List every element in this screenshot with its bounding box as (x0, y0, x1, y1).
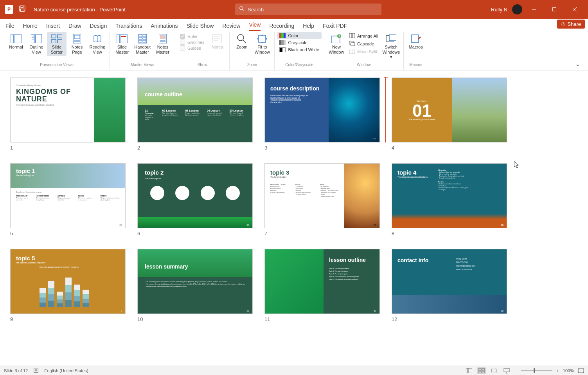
svg-line-4 (243, 9, 244, 11)
slide-master-button[interactable]: Slide Master (112, 32, 132, 56)
slideshow-view-icon[interactable] (502, 367, 511, 374)
notes-button: Notes (207, 32, 227, 51)
cascade-button[interactable]: Cascade (347, 40, 381, 48)
slide-thumbnail-6[interactable]: topic 2The plant kingdom06 6 (137, 163, 253, 236)
split-icon (349, 49, 355, 54)
slide-thumbnail-12[interactable]: contact infoRemy Morris206-555-0146rmorr… (392, 249, 507, 322)
slide-thumbnail-7[interactable]: topic 3The fungi kingdomMushrooms + lich… (264, 163, 380, 236)
tab-home[interactable]: Home (23, 23, 38, 31)
collapse-ribbon-button[interactable]: ⌄ (571, 58, 584, 70)
svg-rect-70 (579, 368, 583, 372)
svg-rect-10 (14, 34, 22, 43)
svg-rect-25 (117, 34, 119, 43)
svg-point-3 (240, 7, 243, 10)
tab-review[interactable]: Review (222, 23, 240, 31)
grayscale-button[interactable]: Grayscale (277, 39, 321, 46)
gridlines-checkbox: Gridlines (180, 40, 204, 45)
chevron-down-icon: ⌄ (575, 61, 580, 67)
tab-foxit-pdf[interactable]: Foxit PDF (323, 23, 347, 31)
svg-rect-2 (21, 9, 24, 11)
slide-thumbnail-10[interactable]: lesson summary• The seven kingdoms of na… (137, 249, 253, 322)
outline-view-button[interactable]: Outline View (27, 32, 46, 56)
svg-rect-31 (139, 38, 142, 40)
fit-zoom-button[interactable] (578, 368, 584, 374)
svg-rect-11 (31, 34, 35, 43)
black-white-button[interactable]: Black and White (277, 46, 321, 53)
slide-thumbnail-2[interactable]: course outline01 LessonThe seven kingdom… (137, 78, 253, 151)
reading-view-button[interactable]: Reading View (88, 32, 107, 56)
group-presentation-views: Normal Outline View Slide Sorter Notes P… (4, 32, 110, 70)
title-bar: P Nature course presentation - PowerPoin… (0, 0, 588, 19)
reading-view-icon[interactable] (490, 367, 498, 374)
svg-rect-63 (478, 368, 481, 370)
slide-thumbnail-8[interactable]: topic 4The chromista & protista kingdoms… (392, 163, 507, 236)
switch-windows-button[interactable]: Switch Windows ▾ (381, 32, 401, 61)
svg-rect-64 (482, 368, 485, 370)
slide-sorter-button[interactable]: Slide Sorter (47, 32, 67, 56)
slide-thumbnail-1[interactable]: Course by Remy MorrisKINGDOMS OF NATUREH… (10, 78, 126, 151)
close-button[interactable] (566, 0, 583, 19)
minimize-button[interactable] (525, 0, 543, 19)
search-box[interactable] (235, 4, 381, 15)
grayscale-swatch-icon (279, 40, 286, 45)
user-avatar[interactable] (512, 4, 522, 14)
arrange-all-button[interactable]: Arrange All (347, 32, 381, 40)
new-window-button[interactable]: New Window (327, 32, 346, 56)
svg-rect-26 (120, 34, 128, 43)
slide-sorter-view-icon[interactable] (477, 367, 486, 374)
search-input[interactable] (248, 7, 378, 13)
normal-view-icon[interactable] (465, 367, 473, 374)
svg-rect-67 (504, 368, 509, 372)
slide-thumbnail-9[interactable]: topic 5The bacteria & archaea kingdomsBA… (10, 249, 126, 322)
tab-transitions[interactable]: Transitions (115, 23, 142, 31)
group-show: Ruler Gridlines Guides Notes Show (175, 32, 230, 70)
slide-thumbnail-4[interactable]: lesson01The seven kingdoms of nature 4 (392, 78, 507, 151)
user-name[interactable]: Rully N (491, 7, 507, 13)
chevron-down-icon: ▾ (390, 54, 392, 59)
svg-rect-57 (389, 34, 396, 41)
share-button[interactable]: Share (557, 20, 585, 29)
notes-page-button[interactable]: Notes Page (67, 32, 87, 56)
tab-recording[interactable]: Recording (269, 23, 294, 31)
zoom-level[interactable]: 100% (563, 368, 574, 373)
tab-slide-show[interactable]: Slide Show (186, 23, 214, 31)
tab-draw[interactable]: Draw (68, 23, 81, 31)
slide-thumbnail-3[interactable]: course descriptionIn this course, we'll … (264, 78, 380, 151)
svg-rect-66 (482, 371, 485, 373)
svg-rect-33 (139, 40, 142, 42)
group-macros: Macros Macros (404, 32, 428, 70)
tab-animations[interactable]: Animations (151, 23, 178, 31)
accessibility-icon[interactable] (33, 368, 39, 374)
tab-insert[interactable]: Insert (46, 23, 60, 31)
save-icon[interactable] (19, 5, 26, 14)
tab-help[interactable]: Help (303, 23, 314, 31)
fit-to-window-button[interactable]: Fit to Window (252, 32, 272, 56)
color-button[interactable]: Color (277, 32, 321, 39)
normal-view-button[interactable]: Normal (6, 32, 26, 51)
zoom-in-button[interactable]: + (556, 368, 559, 373)
svg-rect-51 (352, 33, 355, 38)
slide-thumbnail-5[interactable]: topic 1The animal kingdomAnimals have th… (10, 163, 126, 236)
language-label[interactable]: English (United States) (44, 368, 88, 373)
slide-counter[interactable]: Slide 3 of 12 (4, 368, 28, 373)
svg-rect-1 (21, 6, 23, 7)
tab-view[interactable]: View (249, 22, 261, 31)
tab-design[interactable]: Design (90, 23, 107, 31)
svg-rect-6 (552, 8, 556, 11)
svg-rect-65 (478, 371, 481, 373)
macros-button[interactable]: Macros (406, 32, 426, 51)
guides-checkbox: Guides (180, 45, 204, 50)
svg-rect-16 (51, 34, 56, 38)
status-bar: Slide 3 of 12 English (United States) − … (0, 366, 588, 375)
maximize-button[interactable] (546, 0, 563, 19)
svg-rect-58 (412, 35, 419, 43)
tab-file[interactable]: File (5, 23, 14, 31)
zoom-button[interactable]: Zoom (232, 32, 252, 51)
zoom-slider[interactable] (521, 370, 552, 371)
svg-rect-32 (143, 38, 146, 40)
svg-rect-17 (58, 34, 62, 38)
slide-thumbnail-11[interactable]: lesson outlineTopic 1: The animal kingdo… (264, 249, 380, 322)
handout-master-button[interactable]: Handout Master (133, 32, 152, 56)
zoom-out-button[interactable]: − (515, 368, 517, 373)
notes-master-button[interactable]: Notes Master (153, 32, 173, 56)
